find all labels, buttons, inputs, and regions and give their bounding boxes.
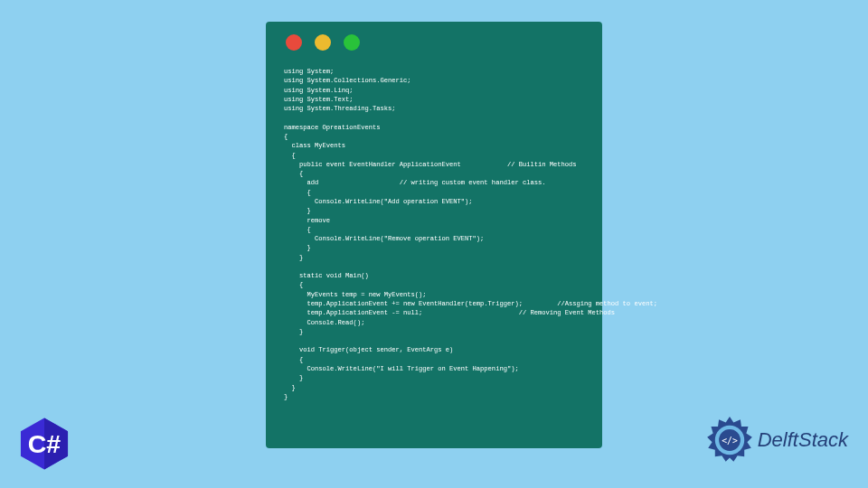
brand-name: DelftStack bbox=[758, 428, 848, 452]
maximize-icon bbox=[344, 34, 360, 51]
minimize-icon bbox=[315, 34, 331, 51]
gear-icon: </> bbox=[705, 416, 754, 465]
svg-text:C#: C# bbox=[28, 429, 61, 458]
close-icon bbox=[286, 34, 302, 51]
code-window: using System; using System.Collections.G… bbox=[266, 22, 602, 448]
csharp-badge-icon: C# bbox=[16, 416, 72, 472]
delftstack-logo: </> DelftStack bbox=[705, 416, 848, 465]
traffic-lights bbox=[286, 34, 588, 51]
svg-text:</>: </> bbox=[722, 436, 738, 446]
code-block: using System; using System.Collections.G… bbox=[284, 67, 588, 401]
